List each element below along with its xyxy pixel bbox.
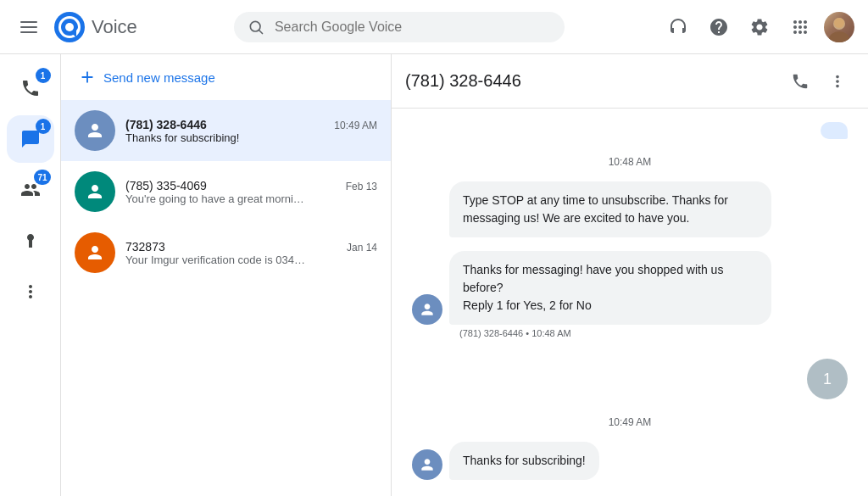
settings-icon [749,17,770,37]
voice-logo-icon [54,12,85,42]
messages-badge: 1 [36,119,51,134]
conv-info: (785) 335-4069 Feb 13 You're going to ha… [125,179,377,205]
menu-button[interactable] [14,14,44,40]
conv-preview: Thanks for subscribing! [125,131,377,144]
chat-actions [783,64,854,98]
conv-preview: You're going to have a great morni… [125,192,377,205]
message-row: 1 [412,359,848,399]
header-actions [661,10,854,44]
chat-messages: 10:48 AM Type STOP at any time to unsubs… [392,109,868,496]
headset-icon [668,17,688,37]
conv-time: Feb 13 [346,181,377,192]
svg-point-6 [829,31,849,42]
conv-avatar [75,110,115,151]
app-header: Voice [0,0,868,54]
headset-button[interactable] [661,10,695,44]
message-meta: (781) 328-6446 • 10:48 AM [459,328,848,338]
sidebar-item-more[interactable] [7,268,54,315]
svg-point-2 [65,23,74,31]
message-bubble: Thanks for messaging! have you shopped w… [449,251,771,325]
chat-panel: (781) 328-6446 [392,54,868,496]
conversation-item[interactable]: 732873 Jan 14 Your Imgur verification co… [61,222,391,283]
avatar-image [824,12,854,42]
message-bubble: Type STOP at any time to unsubscribe. Th… [449,181,771,237]
chat-title: (781) 328-6446 [405,71,783,91]
conversation-item[interactable]: (785) 335-4069 Feb 13 You're going to ha… [61,161,391,222]
sender-avatar [412,294,442,325]
svg-line-4 [259,30,263,33]
sidebar-nav: 1 1 71 [0,54,61,496]
conversations-panel: Send new message (781) 328-6446 10:49 AM… [61,54,392,496]
message-group: Thanks for messaging! have you shopped w… [412,251,848,338]
message-row: Thanks for messaging! have you shopped w… [412,251,848,325]
conv-name: (781) 328-6446 [125,118,207,131]
header-left: Voice [14,12,137,42]
search-input[interactable] [275,20,551,35]
apps-button[interactable] [783,10,817,44]
time-label: 10:48 AM [412,156,848,168]
message-bubble-char: 1 [807,359,848,399]
search-icon [248,19,264,36]
conversation-list: (781) 328-6446 10:49 AM Thanks for subsc… [61,100,391,496]
plus-icon [78,68,97,86]
voicemail-icon [20,231,41,251]
sidebar-item-contacts[interactable]: 71 [7,166,54,214]
apps-icon [790,17,810,37]
more-icon [20,281,41,302]
conv-avatar [75,171,115,212]
conv-name: (785) 335-4069 [125,179,207,192]
contacts-badge: 71 [34,170,50,185]
message-row: Type STOP at any time to unsubscribe. Th… [412,181,848,237]
main-content: 1 1 71 [0,54,868,496]
new-message-label: Send new message [103,70,215,85]
conv-header: Send new message [61,54,391,100]
conv-preview: Your Imgur verification code is 034… [125,254,377,266]
logo-container: Voice [54,12,137,42]
conv-avatar [75,232,115,273]
new-message-button[interactable]: Send new message [78,68,215,86]
svg-point-7 [834,18,844,28]
calls-badge: 1 [36,68,51,83]
sidebar-item-calls[interactable]: 1 [7,64,54,112]
help-button[interactable] [702,10,736,44]
message-row: Thanks for subscribing! [412,442,848,480]
sidebar-item-messages[interactable]: 1 [7,115,54,163]
avatar[interactable] [824,12,854,42]
help-icon [709,17,729,37]
call-button[interactable] [783,64,817,98]
conv-time: Jan 14 [347,242,377,254]
conv-info: (781) 328-6446 10:49 AM Thanks for subsc… [125,118,377,144]
sidebar-item-voicemail[interactable] [7,217,54,265]
settings-button[interactable] [743,10,776,44]
search-bar[interactable] [234,12,565,42]
phone-call-icon [791,72,810,91]
chat-header: (781) 328-6446 [392,54,868,109]
vertical-dots-icon [828,72,847,91]
conv-name: 732873 [125,240,165,254]
sender-avatar [412,449,442,480]
conversation-item[interactable]: (781) 328-6446 10:49 AM Thanks for subsc… [61,100,391,161]
conv-time: 10:49 AM [334,120,377,131]
message-bubble: Thanks for subscribing! [449,442,599,480]
time-label: 10:49 AM [412,416,848,428]
more-options-button[interactable] [821,64,854,98]
conv-info: 732873 Jan 14 Your Imgur verification co… [125,240,377,266]
app-title: Voice [92,16,137,38]
